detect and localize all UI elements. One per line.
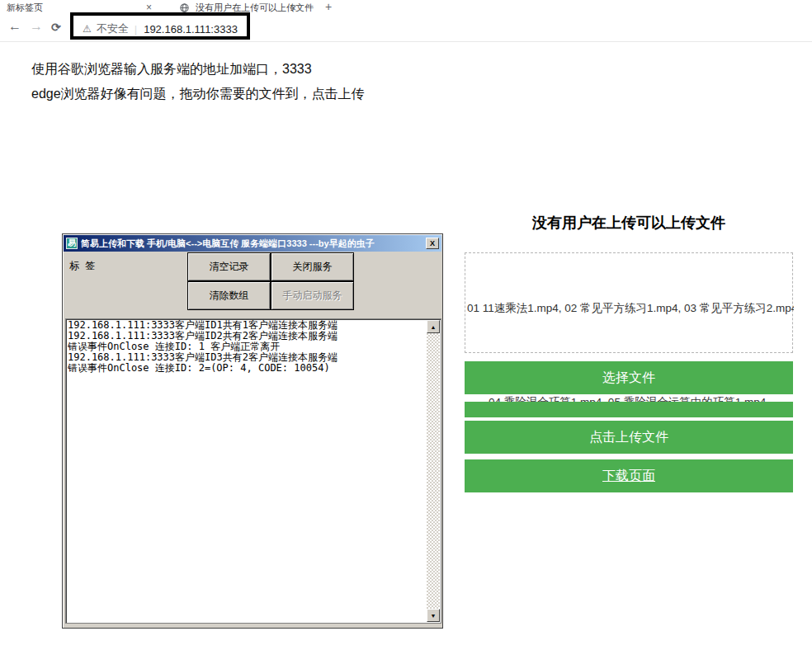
upload-button[interactable]: 点击上传文件 bbox=[465, 421, 793, 454]
browser-toolbar: ← → ⟳ ⚠ 不安全 | 192.168.1.111:3333 bbox=[0, 15, 812, 42]
app-icon: 易 bbox=[66, 238, 78, 249]
tab-close-icon[interactable]: × bbox=[290, 2, 296, 14]
app-window-title: 简易上传和下载 手机/电脑<-->电脑互传 服务端端口3333 ---by早起的… bbox=[81, 238, 426, 250]
log-vertical-scrollbar[interactable]: ▲ ▼ bbox=[427, 320, 440, 622]
log-line: 错误事件OnClose 连接ID: 2=(OP: 4, CODE: 10054) bbox=[68, 363, 426, 374]
url-text: 192.168.1.111:3333 bbox=[144, 23, 238, 35]
intro-line-1: 使用谷歌浏览器输入服务端的地址加端口，3333 bbox=[31, 61, 312, 78]
clear-array-button[interactable]: 清除数组 bbox=[187, 281, 271, 310]
forward-icon[interactable]: → bbox=[30, 19, 43, 34]
choose-file-button[interactable]: 选择文件 bbox=[465, 361, 793, 394]
back-icon[interactable]: ← bbox=[8, 19, 21, 34]
green-divider-strip bbox=[465, 402, 793, 417]
url-separator: | bbox=[135, 23, 137, 35]
stop-service-button[interactable]: 关闭服务 bbox=[271, 252, 354, 281]
connection-log-box[interactable]: 192.168.1.111:3333客户端ID1共有1客户端连接本服务端 192… bbox=[65, 318, 441, 624]
tag-label: 标 签 bbox=[69, 259, 97, 273]
app-title-bar[interactable]: 易 简易上传和下载 手机/电脑<-->电脑互传 服务端端口3333 ---by早… bbox=[64, 235, 441, 252]
not-secure-label: 不安全 bbox=[97, 21, 129, 36]
download-page-link[interactable]: 下载页面 bbox=[602, 468, 655, 485]
new-tab-button[interactable]: + bbox=[325, 0, 332, 13]
tab-title: 新标签页 bbox=[7, 2, 43, 14]
scroll-down-icon[interactable]: ▼ bbox=[427, 609, 440, 622]
tab-close-icon[interactable]: × bbox=[146, 2, 152, 13]
tab-upload-page[interactable]: 没有用户在上传可以上传文件 bbox=[180, 0, 304, 15]
globe-icon bbox=[180, 3, 189, 12]
scroll-up-icon[interactable]: ▲ bbox=[427, 320, 440, 333]
not-secure-warning-icon: ⚠ bbox=[83, 23, 92, 35]
tab-new-tab[interactable]: 新标签页 × bbox=[7, 0, 155, 15]
clear-log-button[interactable]: 清空记录 bbox=[187, 252, 271, 281]
manual-start-button: 手动启动服务 bbox=[271, 281, 354, 310]
connection-log-text: 192.168.1.111:3333客户端ID1共有1客户端连接本服务端 192… bbox=[68, 320, 426, 622]
upload-status-heading: 没有用户在上传可以上传文件 bbox=[465, 213, 793, 233]
download-page-button[interactable]: 下载页面 bbox=[465, 459, 793, 492]
reload-icon[interactable]: ⟳ bbox=[51, 21, 61, 34]
address-bar[interactable]: ⚠ 不安全 | 192.168.1.111:3333 bbox=[83, 21, 238, 36]
upload-panel: 没有用户在上传可以上传文件 01 11速乘法1.mp4, 02 常见平方练习1.… bbox=[465, 213, 793, 233]
uploaded-file-list: 01 11速乘法1.mp4, 02 常见平方练习1.mp4, 03 常见平方练习… bbox=[467, 301, 794, 316]
server-app-window: 易 简易上传和下载 手机/电脑<-->电脑互传 服务端端口3333 ---by早… bbox=[62, 233, 443, 629]
window-close-button[interactable]: X bbox=[426, 238, 439, 249]
browser-tab-strip: 新标签页 × 没有用户在上传可以上传文件 × + bbox=[0, 0, 812, 15]
intro-line-2: edge浏览器好像有问题，拖动你需要的文件到，点击上传 bbox=[31, 86, 365, 103]
file-drop-zone[interactable]: 01 11速乘法1.mp4, 02 常见平方练习1.mp4, 03 常见平方练习… bbox=[465, 252, 793, 353]
